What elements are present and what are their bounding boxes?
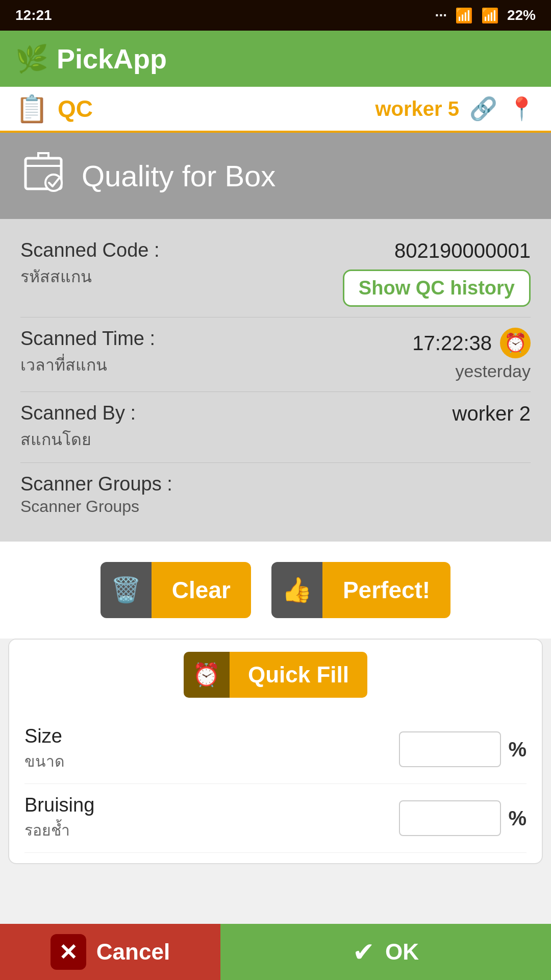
scanned-time-label-th: เวลาที่สแกน [20,352,155,378]
bruising-label-en: Bruising [24,794,94,816]
signal-icon: 📶 [481,7,499,24]
bruising-label-group: Bruising รอยช้ำ [24,794,94,842]
size-input[interactable] [399,731,501,767]
wifi-icon: 📶 [455,7,473,24]
cancel-button[interactable]: ✕ Cancel [0,924,220,980]
status-bar: 12:21 ··· 📶 📶 22% [0,0,551,31]
action-buttons: 🗑️ Clear 👍 Perfect! [0,542,551,639]
ok-check-icon: ✔ [353,937,375,967]
dots-icon: ··· [435,7,447,23]
cancel-label: Cancel [96,939,170,965]
scanned-time-value: 17:22:38 [412,332,492,355]
app-title: PickApp [57,43,167,75]
quality-header: Quality for Box [0,133,551,219]
scanned-time-value-group: 17:22:38 ⏰ yesterday [412,328,531,381]
clear-button[interactable]: 🗑️ Clear [101,562,251,618]
time-row: 17:22:38 ⏰ [412,328,531,358]
bottom-bar: ✕ Cancel ✔ OK [0,924,551,980]
scanned-by-label-th: สแกนโดย [20,426,136,452]
size-unit: % [508,738,527,761]
scanned-by-label-en: Scanned By : [20,402,136,424]
scanned-by-row: Scanned By : สแกนโดย worker 2 [20,392,531,463]
scanned-code-value: 802190000001 [394,239,531,262]
scanned-code-label-th: รหัสสแกน [20,263,160,289]
time-display: 12:21 [15,7,52,23]
scanned-time-row: Scanned Time : เวลาที่สแกน 17:22:38 ⏰ ye… [20,317,531,392]
location-icon: 📍 [508,95,536,122]
clear-trash-icon: 🗑️ [101,562,152,618]
scanned-time-label-group: Scanned Time : เวลาที่สแกน [20,328,155,378]
scanned-code-label-en: Scanned Code : [20,239,160,261]
scanned-by-value: worker 2 [453,402,531,425]
status-icons: ··· 📶 📶 22% [435,7,536,24]
bruising-field-row: Bruising รอยช้ำ % [24,784,527,853]
quick-fill-button[interactable]: ⏰ Quick Fill [184,652,367,698]
size-input-group: % [399,731,527,767]
sub-header-right: worker 5 🔗 📍 [375,95,536,122]
quick-fill-clock-icon: ⏰ [184,652,230,698]
perfect-button[interactable]: 👍 Perfect! [271,562,450,618]
scanner-groups-label-en: Scanner Groups : [20,473,172,495]
size-field-row: Size ขนาด % [24,715,527,784]
bruising-unit: % [508,807,527,830]
scanner-groups-label-th: Scanner Groups [20,497,172,516]
sub-header-left: 📋 QC [15,93,93,125]
svg-point-1 [45,175,62,191]
box-check-icon [20,148,66,204]
clock-icon: ⏰ [500,328,531,358]
show-qc-history-button[interactable]: Show QC history [343,270,531,307]
ok-button[interactable]: ✔ OK [220,924,551,980]
battery-display: 22% [507,7,536,23]
time-note: yesterday [456,361,531,381]
bruising-input-group: % [399,800,527,836]
qc-icon: 📋 [15,93,48,125]
scanned-code-row: Scanned Code : รหัสสแกน 802190000001 Sho… [20,229,531,317]
size-label-th: ขนาด [24,749,64,773]
worker-label: worker 5 [375,97,459,120]
size-label-en: Size [24,725,64,747]
ok-label: OK [385,939,419,965]
qc-label: QC [58,95,93,122]
form-fields: Size ขนาด % Bruising รอยช้ำ % [9,710,542,863]
quick-fill-bar: ⏰ Quick Fill [9,640,542,710]
leaf-icon: 🌿 [15,43,48,75]
quick-fill-label: Quick Fill [230,652,367,698]
link-icon: 🔗 [469,95,497,122]
quality-title: Quality for Box [82,159,276,193]
scanned-time-label-en: Scanned Time : [20,328,155,350]
scanned-code-value-group: 802190000001 Show QC history [343,239,531,307]
cancel-x-icon: ✕ [51,934,86,970]
app-header: 🌿 PickApp [0,31,551,87]
scanner-groups-label-group: Scanner Groups : Scanner Groups [20,473,172,516]
info-section: Scanned Code : รหัสสแกน 802190000001 Sho… [0,219,551,542]
scanned-by-label-group: Scanned By : สแกนโดย [20,402,136,452]
scanned-code-label-group: Scanned Code : รหัสสแกน [20,239,160,289]
bruising-input[interactable] [399,800,501,836]
scanner-groups-row: Scanner Groups : Scanner Groups [20,463,531,526]
perfect-button-label: Perfect! [322,562,450,618]
clear-button-label: Clear [152,562,251,618]
app-logo: 🌿 PickApp [15,43,167,75]
perfect-thumbsup-icon: 👍 [271,562,322,618]
form-section: ⏰ Quick Fill Size ขนาด % Bruising รอยช้ำ [8,639,543,864]
size-label-group: Size ขนาด [24,725,64,773]
sub-header: 📋 QC worker 5 🔗 📍 [0,87,551,133]
bruising-label-th: รอยช้ำ [24,818,94,842]
